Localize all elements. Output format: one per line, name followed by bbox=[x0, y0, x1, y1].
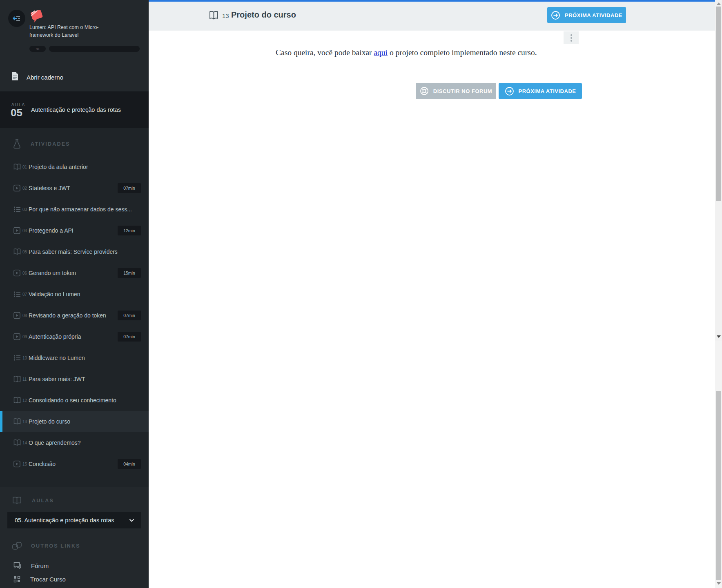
activity-options-menu[interactable] bbox=[564, 31, 579, 44]
next-activity-button-top[interactable]: PRÓXIMA ATIVIDADE bbox=[547, 7, 626, 23]
activity-item-13[interactable]: 13Projeto do curso bbox=[0, 411, 149, 432]
activity-label: Revisando a geração do token bbox=[29, 312, 106, 319]
activity-item-10[interactable]: 10Middleware no Lumen bbox=[0, 347, 149, 368]
activity-label: Stateless e JWT bbox=[29, 185, 70, 191]
open-notebook-button[interactable]: Abrir caderno bbox=[0, 69, 149, 86]
activity-index: 02 bbox=[22, 186, 27, 191]
activity-label: Para saber mais: JWT bbox=[29, 376, 85, 382]
activity-item-08[interactable]: 08Revisando a geração do token07min bbox=[0, 305, 149, 326]
links-icon bbox=[12, 541, 22, 550]
open-notebook-label: Abrir caderno bbox=[27, 74, 63, 81]
activity-index: 03 bbox=[22, 207, 27, 212]
lesson-dropdown-value: 05. Autenticação e proteção das rotas bbox=[15, 517, 129, 524]
activity-label: Para saber mais: Service providers bbox=[29, 249, 118, 255]
activities-list: 01Projeto da aula anterior02Stateless e … bbox=[0, 156, 149, 475]
sidebar-item-trocar-curso[interactable]: Trocar Curso bbox=[0, 572, 149, 586]
video-icon bbox=[13, 270, 20, 277]
activities-section-header: ATIVIDADES bbox=[13, 139, 70, 149]
course-progress-bar bbox=[49, 46, 140, 52]
arrow-circle-icon bbox=[505, 87, 514, 96]
book-icon bbox=[13, 397, 21, 404]
activity-index: 01 bbox=[22, 165, 27, 169]
activity-label: Gerando um token bbox=[29, 270, 76, 276]
activity-label: Projeto da aula anterior bbox=[29, 164, 88, 170]
duration-badge: 07min bbox=[118, 311, 141, 320]
activity-item-12[interactable]: 12Consolidando o seu conhecimento bbox=[0, 390, 149, 411]
selected-indicator bbox=[0, 411, 2, 432]
activity-number: 13 bbox=[222, 12, 229, 19]
activity-index: 07 bbox=[22, 292, 27, 297]
scroll-up-arrow[interactable] bbox=[717, 2, 721, 5]
arrow-circle-icon bbox=[551, 11, 560, 20]
lessons-section-header: AULAS bbox=[12, 496, 54, 505]
activity-index: 09 bbox=[22, 335, 27, 339]
book-icon bbox=[13, 249, 21, 255]
activity-index: 11 bbox=[22, 377, 27, 382]
activity-item-03[interactable]: 03Por que não armazenar dados de sess... bbox=[0, 199, 149, 220]
activity-item-15[interactable]: 15Conclusão04min bbox=[0, 453, 149, 475]
activity-index: 04 bbox=[22, 229, 27, 233]
list-icon bbox=[13, 206, 21, 213]
activity-index: 06 bbox=[22, 271, 27, 275]
activity-item-01[interactable]: 01Projeto da aula anterior bbox=[0, 156, 149, 178]
course-title: Lumen: API Rest com o Micro- framework d… bbox=[29, 24, 131, 39]
activity-label: Projeto do curso bbox=[29, 418, 70, 425]
collapse-arrow-icon bbox=[13, 15, 21, 22]
activity-item-02[interactable]: 02Stateless e JWT07min bbox=[0, 178, 149, 199]
duration-badge: 07min bbox=[118, 183, 141, 193]
activity-label: Conclusão bbox=[29, 461, 56, 467]
video-icon bbox=[13, 333, 20, 340]
page-title: Projeto do curso bbox=[231, 10, 296, 20]
activity-index: 13 bbox=[22, 419, 27, 424]
activity-label: Consolidando o seu conhecimento bbox=[29, 397, 116, 404]
collapse-sidebar-button[interactable] bbox=[8, 10, 25, 27]
activity-label: Por que não armazenar dados de sess... bbox=[29, 206, 132, 213]
lesson-number: 05 bbox=[11, 107, 22, 119]
activity-item-11[interactable]: 11Para saber mais: JWT bbox=[0, 368, 149, 390]
activity-index: 14 bbox=[22, 441, 27, 445]
activity-item-14[interactable]: 14O que aprendemos? bbox=[0, 432, 149, 453]
open-book-icon bbox=[209, 11, 218, 21]
activity-item-06[interactable]: 06Gerando um token15min bbox=[0, 262, 149, 284]
book-icon bbox=[12, 496, 22, 505]
activity-index: 12 bbox=[22, 398, 27, 403]
activity-label: Validação no Lumen bbox=[29, 291, 80, 297]
chevron-down-icon bbox=[129, 519, 134, 522]
lesson-dropdown[interactable]: 05. Autenticação e proteção das rotas bbox=[7, 512, 141, 528]
duration-badge: 12min bbox=[118, 226, 141, 235]
activity-label: Middleware no Lumen bbox=[29, 355, 85, 361]
activity-index: 10 bbox=[22, 356, 27, 360]
video-icon bbox=[13, 312, 20, 319]
scrollbar-thumb-bottom[interactable] bbox=[716, 391, 721, 580]
activity-item-07[interactable]: 07Validação no Lumen bbox=[0, 284, 149, 305]
video-icon bbox=[13, 227, 20, 234]
discuss-forum-button[interactable]: DISCUTIR NO FORUM bbox=[416, 83, 496, 99]
scroll-down-arrow-bottom[interactable] bbox=[717, 582, 721, 585]
book-icon bbox=[13, 439, 21, 446]
activity-index: 05 bbox=[22, 250, 27, 254]
flask-icon bbox=[13, 139, 21, 149]
scrollbar-thumb-top[interactable] bbox=[716, 7, 721, 201]
book-icon bbox=[13, 164, 21, 171]
lifebuoy-icon bbox=[420, 87, 429, 95]
activity-index: 08 bbox=[22, 313, 27, 318]
scroll-down-arrow-top[interactable] bbox=[717, 335, 721, 338]
activity-item-09[interactable]: 09Autenticação própria07min bbox=[0, 326, 149, 347]
activity-index: 15 bbox=[22, 462, 27, 466]
progress-percentage-badge: % bbox=[29, 46, 46, 52]
forum-icon bbox=[13, 562, 21, 569]
duration-badge: 07min bbox=[118, 332, 141, 342]
next-activity-button-bottom[interactable]: PRÓXIMA ATIVIDADE bbox=[499, 83, 582, 99]
notebook-icon bbox=[11, 72, 18, 82]
activity-item-05[interactable]: 05Para saber mais: Service providers bbox=[0, 241, 149, 262]
course-sidebar: Lumen: API Rest com o Micro- framework d… bbox=[0, 0, 149, 588]
activity-label: Autenticação própria bbox=[29, 333, 81, 340]
book-icon bbox=[13, 418, 21, 425]
course-logo bbox=[29, 7, 47, 25]
list-icon bbox=[13, 355, 21, 361]
download-project-link[interactable]: aqui bbox=[374, 48, 388, 57]
grid-icon bbox=[13, 576, 20, 583]
activity-item-04[interactable]: 04Protegendo a API12min bbox=[0, 220, 149, 241]
duration-badge: 15min bbox=[118, 268, 141, 278]
sidebar-item-forum[interactable]: Fórum bbox=[0, 559, 149, 572]
